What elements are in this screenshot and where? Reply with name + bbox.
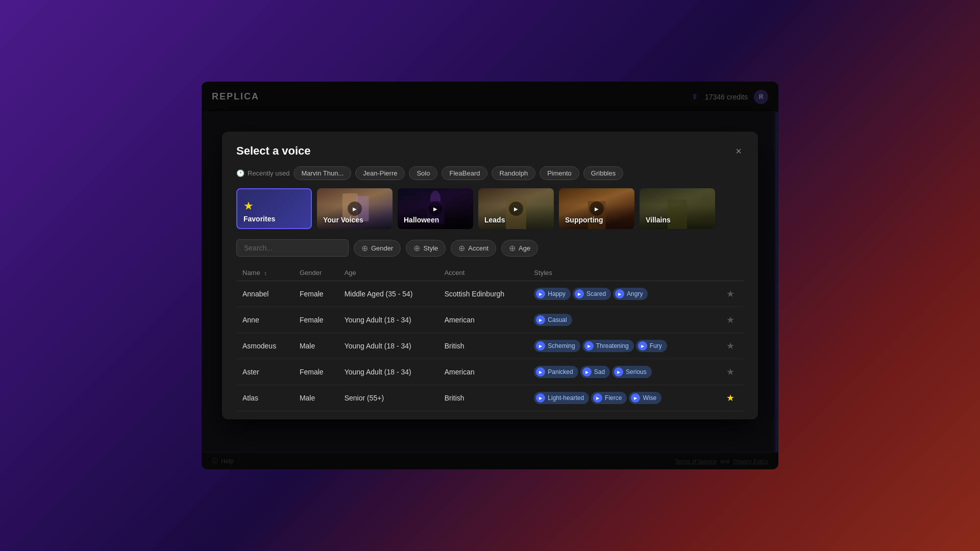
category-label-leads: Leads xyxy=(484,216,505,224)
category-card-supporting[interactable]: ▶ Supporting xyxy=(559,188,634,229)
cell-age-annabel: Middle Aged (35 - 54) xyxy=(338,281,438,307)
favorite-button-asmodeus[interactable]: ★ xyxy=(723,339,738,353)
cell-styles-asmodeus: ▶Scheming▶Threatening▶Fury xyxy=(528,333,710,359)
style-tag-sad[interactable]: ▶Sad xyxy=(580,366,610,378)
favorite-button-annabel[interactable]: ★ xyxy=(723,287,738,300)
style-tag-scared[interactable]: ▶Scared xyxy=(573,288,611,300)
cell-name-annabel: Annabel xyxy=(236,281,293,307)
style-tag-happy[interactable]: ▶Happy xyxy=(534,288,571,300)
cell-gender-annabel: Female xyxy=(293,281,338,307)
modal-overlay: Select a voice × 🕐 Recently used Marvin … xyxy=(202,82,778,469)
column-header-fav xyxy=(710,265,744,281)
table-row[interactable]: AsterFemaleYoung Adult (18 - 34)American… xyxy=(236,359,744,385)
search-input[interactable] xyxy=(236,239,349,257)
play-icon: ▶ xyxy=(536,367,545,377)
column-header-gender: Gender xyxy=(293,265,338,281)
recent-voice-chip-5[interactable]: Pimento xyxy=(540,166,579,180)
style-filter-button[interactable]: ⊕ Style xyxy=(406,240,446,257)
card-play-button-supporting[interactable]: ▶ xyxy=(590,202,604,216)
table-header: Name ↕ Gender Age Accent xyxy=(236,265,744,281)
card-play-button-your-voices[interactable]: ▶ xyxy=(348,202,362,216)
card-play-button-leads[interactable]: ▶ xyxy=(509,202,523,216)
style-tag-panicked[interactable]: ▶Panicked xyxy=(534,366,578,378)
recent-voice-chip-3[interactable]: FleaBeard xyxy=(442,166,487,180)
cell-name-aster: Aster xyxy=(236,359,293,385)
cell-styles-aster: ▶Panicked▶Sad▶Serious xyxy=(528,359,710,385)
select-voice-modal: Select a voice × 🕐 Recently used Marvin … xyxy=(222,132,758,419)
favorite-button-atlas[interactable]: ★ xyxy=(723,391,738,405)
cell-name-asmodeus: Asmodeus xyxy=(236,333,293,359)
table-row[interactable]: AtlasMaleSenior (55+)British▶Light-heart… xyxy=(236,385,744,411)
cell-fav-asmodeus: ★ xyxy=(710,333,744,359)
voice-table: Name ↕ Gender Age Accent xyxy=(236,265,744,411)
recent-voice-chip-2[interactable]: Solo xyxy=(409,166,437,180)
star-icon: ★ xyxy=(243,199,254,213)
cell-gender-atlas: Male xyxy=(293,385,338,411)
age-filter-button[interactable]: ⊕ Age xyxy=(501,240,538,257)
category-card-favorites[interactable]: ★ Favorites xyxy=(236,188,312,229)
play-icon: ▶ xyxy=(575,289,584,298)
voice-table-container: Name ↕ Gender Age Accent xyxy=(222,265,758,419)
sort-icon-name: ↕ xyxy=(264,270,267,276)
category-card-leads[interactable]: ▶ Leads xyxy=(478,188,554,229)
recent-voice-chip-1[interactable]: Jean-Pierre xyxy=(355,166,405,180)
plus-icon-gender: ⊕ xyxy=(361,243,368,253)
table-row[interactable]: AsmodeusMaleYoung Adult (18 - 34)British… xyxy=(236,333,744,359)
cell-fav-aster: ★ xyxy=(710,359,744,385)
style-tag-casual[interactable]: ▶Casual xyxy=(534,314,572,326)
category-label-villains: Villains xyxy=(646,216,671,224)
voice-table-body: AnnabelFemaleMiddle Aged (35 - 54)Scotti… xyxy=(236,281,744,411)
play-icon: ▶ xyxy=(536,341,545,350)
style-tag-fury[interactable]: ▶Fury xyxy=(636,340,667,352)
category-card-villains[interactable]: Villains xyxy=(640,188,715,229)
cell-gender-anne: Female xyxy=(293,307,338,333)
cell-age-asmodeus: Young Adult (18 - 34) xyxy=(338,333,438,359)
accent-filter-button[interactable]: ⊕ Accent xyxy=(451,240,496,257)
style-tag-fierce[interactable]: ▶Fierce xyxy=(591,392,627,404)
recent-voice-chip-6[interactable]: Gribbles xyxy=(583,166,623,180)
play-icon: ▶ xyxy=(638,341,647,350)
category-card-halloween[interactable]: ▶ Halloween xyxy=(398,188,473,229)
cell-fav-atlas: ★ xyxy=(710,385,744,411)
favorite-button-anne[interactable]: ★ xyxy=(723,313,738,327)
style-tag-light-hearted[interactable]: ▶Light-hearted xyxy=(534,392,589,404)
card-play-button-halloween[interactable]: ▶ xyxy=(428,202,443,216)
table-row[interactable]: AnnabelFemaleMiddle Aged (35 - 54)Scotti… xyxy=(236,281,744,307)
categories-row: ★ Favorites ▶ Your Voices xyxy=(222,188,758,239)
app-window: REPLICA 🎙 17346 credits R Select a voice… xyxy=(202,82,778,469)
category-label-favorites: Favorites xyxy=(243,215,275,223)
column-header-age: Age xyxy=(338,265,438,281)
recent-voice-chip-4[interactable]: Randolph xyxy=(492,166,535,180)
style-tag-scheming[interactable]: ▶Scheming xyxy=(534,340,580,352)
modal-title: Select a voice xyxy=(236,144,311,158)
column-header-name[interactable]: Name ↕ xyxy=(236,265,293,281)
column-header-accent: Accent xyxy=(438,265,528,281)
cell-age-anne: Young Adult (18 - 34) xyxy=(338,307,438,333)
cell-name-anne: Anne xyxy=(236,307,293,333)
plus-icon-style: ⊕ xyxy=(413,243,420,253)
recent-voice-chip-0[interactable]: Marvin Thun... xyxy=(293,166,351,180)
plus-icon-accent: ⊕ xyxy=(458,243,465,253)
recently-used-label: 🕐 Recently used xyxy=(236,169,289,177)
filter-row: ⊕ Gender ⊕ Style ⊕ Accent ⊕ Age xyxy=(222,239,758,265)
close-modal-button[interactable]: × xyxy=(733,144,744,158)
table-row[interactable]: AnneFemaleYoung Adult (18 - 34)American▶… xyxy=(236,307,744,333)
cell-gender-asmodeus: Male xyxy=(293,333,338,359)
cell-name-atlas: Atlas xyxy=(236,385,293,411)
cell-styles-annabel: ▶Happy▶Scared▶Angry xyxy=(528,281,710,307)
cell-fav-annabel: ★ xyxy=(710,281,744,307)
play-icon: ▶ xyxy=(584,341,594,350)
cell-styles-atlas: ▶Light-hearted▶Fierce▶Wise xyxy=(528,385,710,411)
gender-filter-button[interactable]: ⊕ Gender xyxy=(354,240,401,257)
cell-styles-anne: ▶Casual xyxy=(528,307,710,333)
play-icon: ▶ xyxy=(536,315,545,324)
favorite-button-aster[interactable]: ★ xyxy=(723,365,738,379)
style-tag-angry[interactable]: ▶Angry xyxy=(613,288,648,300)
style-tag-serious[interactable]: ▶Serious xyxy=(612,366,652,378)
style-tag-threatening[interactable]: ▶Threatening xyxy=(582,340,634,352)
play-icon: ▶ xyxy=(582,367,592,377)
clock-icon: 🕐 xyxy=(236,169,244,177)
category-label-your-voices: Your Voices xyxy=(323,216,363,224)
category-card-your-voices[interactable]: ▶ Your Voices xyxy=(317,188,393,229)
style-tag-wise[interactable]: ▶Wise xyxy=(629,392,662,404)
